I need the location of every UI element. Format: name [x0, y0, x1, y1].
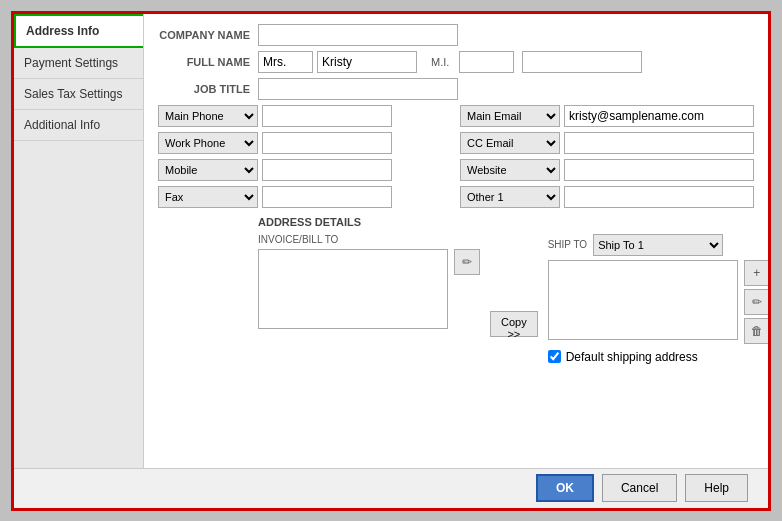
dialog-body: Address Info Payment Settings Sales Tax …	[14, 14, 768, 468]
other1-input[interactable]	[564, 186, 754, 208]
sidebar-item-additional-info[interactable]: Additional Info	[14, 110, 143, 141]
sidebar-item-address-info[interactable]: Address Info	[14, 14, 143, 48]
ship-add-button[interactable]: +	[744, 260, 768, 286]
invoice-row: ✏	[258, 249, 480, 329]
company-name-input[interactable]	[258, 24, 458, 46]
default-ship-checkbox[interactable]	[548, 350, 561, 363]
fax-col: FaxMain PhoneWork PhoneMobile	[158, 186, 452, 208]
company-name-row: COMPANY NAME	[158, 24, 754, 46]
ship-side-buttons: + ✏ 🗑	[744, 260, 768, 344]
other1-col: Other 1Main EmailCC EmailWebsite	[460, 186, 754, 208]
main-content: COMPANY NAME FULL NAME M.I. JOB TITLE	[144, 14, 768, 468]
main-email-col: Main EmailCC EmailWebsiteOther 1	[460, 105, 754, 127]
other1-type[interactable]: Other 1Main EmailCC EmailWebsite	[460, 186, 560, 208]
full-name-row: FULL NAME M.I.	[158, 51, 754, 73]
cc-email-type[interactable]: CC EmailMain EmailWebsiteOther 1	[460, 132, 560, 154]
ship-to-select[interactable]: Ship To 1	[593, 234, 723, 256]
mobile-phone-input[interactable]	[262, 159, 392, 181]
phone-email-row-2: Work PhoneMain PhoneMobileFax CC EmailMa…	[158, 132, 754, 154]
mi-label: M.I.	[431, 56, 449, 68]
mi-input[interactable]	[459, 51, 514, 73]
ship-row: + ✏ 🗑	[548, 260, 768, 344]
main-phone-input[interactable]	[262, 105, 392, 127]
job-title-input[interactable]	[258, 78, 458, 100]
main-email-input[interactable]	[564, 105, 754, 127]
job-title-row: JOB TITLE	[158, 78, 754, 100]
phone-email-row-4: FaxMain PhoneWork PhoneMobile Other 1Mai…	[158, 186, 754, 208]
edit-icon: ✏	[752, 295, 762, 309]
job-title-label: JOB TITLE	[158, 83, 258, 95]
default-ship-row: Default shipping address	[548, 350, 768, 364]
ship-to-label: SHIP TO	[548, 239, 587, 250]
ship-edit-button[interactable]: ✏	[744, 289, 768, 315]
ok-button[interactable]: OK	[536, 474, 594, 502]
copy-button[interactable]: Copy >>	[490, 311, 538, 337]
main-email-type[interactable]: Main EmailCC EmailWebsiteOther 1	[460, 105, 560, 127]
default-ship-label: Default shipping address	[566, 350, 698, 364]
main-phone-col: Main PhoneWork PhoneMobileFax	[158, 105, 452, 127]
cc-email-col: CC EmailMain EmailWebsiteOther 1	[460, 132, 754, 154]
full-name-label: FULL NAME	[158, 56, 258, 68]
address-details-label: ADDRESS DETAILS	[258, 216, 754, 228]
copy-section: Copy >>	[480, 234, 548, 364]
ship-address-textarea[interactable]	[548, 260, 738, 340]
plus-icon: +	[753, 266, 760, 280]
company-name-label: COMPANY NAME	[158, 29, 258, 41]
phone-email-row-3: MobileMain PhoneWork PhoneFax WebsiteMai…	[158, 159, 754, 181]
work-phone-type[interactable]: Work PhoneMain PhoneMobileFax	[158, 132, 258, 154]
sidebar-item-sales-tax-settings[interactable]: Sales Tax Settings	[14, 79, 143, 110]
main-phone-type[interactable]: Main PhoneWork PhoneMobileFax	[158, 105, 258, 127]
phone-email-row-1: Main PhoneWork PhoneMobileFax Main Email…	[158, 105, 754, 127]
cancel-button[interactable]: Cancel	[602, 474, 677, 502]
help-button[interactable]: Help	[685, 474, 748, 502]
salutation-input[interactable]	[258, 51, 313, 73]
ship-delete-button[interactable]: 🗑	[744, 318, 768, 344]
invoice-address-textarea[interactable]	[258, 249, 448, 329]
address-section: INVOICE/BILL TO ✏ Copy >> SHIP TO	[258, 234, 754, 364]
fax-input[interactable]	[262, 186, 392, 208]
last-name-input[interactable]	[522, 51, 642, 73]
work-phone-input[interactable]	[262, 132, 392, 154]
sidebar: Address Info Payment Settings Sales Tax …	[14, 14, 144, 468]
sidebar-item-payment-settings[interactable]: Payment Settings	[14, 48, 143, 79]
website-col: WebsiteMain EmailCC EmailOther 1	[460, 159, 754, 181]
website-type[interactable]: WebsiteMain EmailCC EmailOther 1	[460, 159, 560, 181]
invoice-bill-to-label: INVOICE/BILL TO	[258, 234, 480, 245]
trash-icon: 🗑	[751, 324, 763, 338]
ship-header: SHIP TO Ship To 1	[548, 234, 768, 256]
fax-type[interactable]: FaxMain PhoneWork PhoneMobile	[158, 186, 258, 208]
first-name-input[interactable]	[317, 51, 417, 73]
ship-section: SHIP TO Ship To 1 + ✏	[548, 234, 768, 364]
mobile-phone-col: MobileMain PhoneWork PhoneFax	[158, 159, 452, 181]
invoice-edit-button[interactable]: ✏	[454, 249, 480, 275]
work-phone-col: Work PhoneMain PhoneMobileFax	[158, 132, 452, 154]
dialog: Address Info Payment Settings Sales Tax …	[11, 11, 771, 511]
invoice-section: INVOICE/BILL TO ✏	[258, 234, 480, 364]
website-input[interactable]	[564, 159, 754, 181]
pencil-icon: ✏	[462, 255, 472, 269]
mobile-phone-type[interactable]: MobileMain PhoneWork PhoneFax	[158, 159, 258, 181]
cc-email-input[interactable]	[564, 132, 754, 154]
dialog-footer: OK Cancel Help	[14, 468, 768, 508]
